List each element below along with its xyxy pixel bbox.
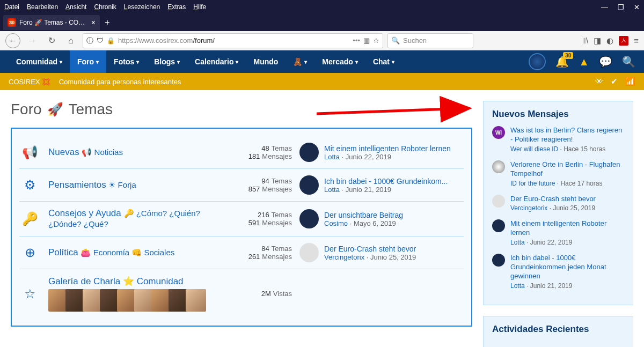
window-minimize[interactable]: — xyxy=(601,3,608,11)
avatar[interactable] xyxy=(492,195,505,208)
sidebar-icon[interactable]: ◨ xyxy=(594,36,601,46)
new-tab-button[interactable]: + xyxy=(100,15,115,30)
menu-datei[interactable]: Datei xyxy=(4,3,19,11)
url-bar[interactable]: ⓘ 🛡 🔒 https://www.cosirex.com/forum/ •••… xyxy=(83,33,383,48)
nav-chat[interactable]: Chat▾ xyxy=(365,50,402,73)
forum-row: 🔑Consejos y Ayuda 🔑 ¿Cómo? ¿Quién? ¿Dónd… xyxy=(19,202,464,237)
forum-link[interactable]: Nuevas 📢 Noticias xyxy=(48,147,123,157)
widget-actividades: Actividades Recientes xyxy=(483,316,633,347)
avatar[interactable] xyxy=(492,254,505,267)
sidebar-message: Ich bin dabei - 1000€ Grundeinkommen jed… xyxy=(492,254,624,290)
menu-ansicht[interactable]: Ansicht xyxy=(65,3,86,11)
forum-icon: ⚙ xyxy=(19,178,41,193)
breadcrumb: COSIREX 💢 Comunidad para personas intere… xyxy=(0,73,644,90)
message-title[interactable]: Ich bin dabei - 1000€ Grundeinkommen jed… xyxy=(510,254,624,281)
message-title[interactable]: Verlorene Orte in Berlin - Flughafen Tem… xyxy=(510,160,624,179)
browser-tab[interactable]: 30 Foro 🚀 Temas - COSIREX 💢 × xyxy=(3,15,100,30)
last-post-user[interactable]: Vercingetorix xyxy=(324,253,364,261)
nav-calendario[interactable]: Calendario▾ xyxy=(187,50,246,73)
window-maximize[interactable]: ❐ xyxy=(618,3,624,11)
url-more-icon[interactable]: ••• xyxy=(353,36,360,45)
message-title[interactable]: Was ist los in Berlin? Clans regieren - … xyxy=(510,126,624,144)
avatar[interactable] xyxy=(299,209,319,228)
menu-bearbeiten[interactable]: Bearbeiten xyxy=(27,3,58,11)
search-icon: 🔍 xyxy=(391,36,400,45)
pdf-icon[interactable]: 人 xyxy=(619,36,628,46)
nav-mercado[interactable]: Mercado▾ xyxy=(314,50,365,73)
forum-link[interactable]: Consejos y Ayuda 🔑 ¿Cómo? ¿Quién? ¿Dónde… xyxy=(48,208,200,229)
widget-nuevos-mensajes: Nuevos Mensajes WIWas ist los in Berlin?… xyxy=(483,101,633,305)
user-avatar[interactable] xyxy=(529,53,546,70)
last-post-title[interactable]: Mit einem intelligenten Roboter lernen xyxy=(324,144,451,153)
last-post-user[interactable]: Cosimo xyxy=(324,219,348,227)
avatar[interactable] xyxy=(492,219,505,232)
reload-button[interactable]: ↻ xyxy=(44,33,59,48)
breadcrumb-site[interactable]: COSIREX 💢 xyxy=(9,78,50,86)
chat-icon[interactable]: 💬 xyxy=(599,55,612,68)
rss-icon[interactable]: 📶 xyxy=(625,77,635,86)
forum-stats: 2MVistas xyxy=(228,290,292,298)
message-user[interactable]: Lotta xyxy=(510,282,525,290)
forum-row: ⊕Política 👛 Economía 👊 Sociales84Temas26… xyxy=(19,237,464,269)
forum-stats: 84Temas261Mensajes xyxy=(228,245,292,261)
back-button[interactable]: ← xyxy=(5,33,20,48)
nav-mundo[interactable]: Mundo xyxy=(246,50,286,73)
nav-comunidad[interactable]: Comunidad▾ xyxy=(9,50,70,73)
message-user[interactable]: Wer will diese ID xyxy=(510,145,558,153)
check-icon[interactable]: ✔ xyxy=(611,77,618,86)
info-icon[interactable]: ⓘ xyxy=(86,36,93,46)
bell-icon[interactable]: 🔔30 xyxy=(555,55,569,68)
browser-menu: Datei Bearbeiten Ansicht Chronik Lesezei… xyxy=(4,3,206,11)
last-post-title[interactable]: Ich bin dabei - 1000€ Grundeinkom... xyxy=(324,177,448,186)
avatar[interactable] xyxy=(299,175,319,195)
menu-extras[interactable]: Extras xyxy=(167,3,186,11)
home-button[interactable]: ⌂ xyxy=(63,33,78,48)
last-post-user[interactable]: Lotta xyxy=(324,186,340,194)
reader-icon[interactable]: ▥ xyxy=(363,36,370,45)
message-title[interactable]: Der Euro-Crash steht bevor xyxy=(510,195,596,204)
tab-close[interactable]: × xyxy=(91,18,96,27)
search-bar[interactable]: 🔍 Suchen xyxy=(387,33,473,48)
avatar[interactable] xyxy=(492,160,505,173)
message-title[interactable]: Mit einem intelligenten Roboter lernen xyxy=(510,219,624,238)
shield-icon[interactable]: 🛡 xyxy=(97,36,104,45)
nav-🧸[interactable]: 🧸▾ xyxy=(286,50,314,73)
gallery-thumbs[interactable] xyxy=(48,289,220,312)
star-icon[interactable]: ☆ xyxy=(373,36,379,45)
browser-toolbar: ← → ↻ ⌂ ⓘ 🛡 🔒 https://www.cosirex.com/fo… xyxy=(0,31,644,50)
avatar[interactable] xyxy=(299,243,319,262)
warning-icon[interactable]: ▲ xyxy=(579,56,589,68)
sidebar-message: Verlorene Orte in Berlin - Flughafen Tem… xyxy=(492,160,624,187)
avatar[interactable] xyxy=(299,143,319,162)
tab-bar: 30 Foro 🚀 Temas - COSIREX 💢 × + xyxy=(0,14,644,31)
hamburger-icon[interactable]: ≡ xyxy=(634,36,639,45)
window-close[interactable]: ✕ xyxy=(634,3,640,11)
last-post-title[interactable]: Der Euro-Crash steht bevor xyxy=(324,245,416,253)
nav-fotos[interactable]: Fotos▾ xyxy=(106,50,147,73)
nav-foro[interactable]: Foro▾ xyxy=(70,50,106,73)
message-user[interactable]: Vercingetorix xyxy=(510,204,547,212)
forward-button[interactable]: → xyxy=(25,33,40,48)
forum-link[interactable]: Galería de Charla ⭐ Comunidad xyxy=(48,276,184,286)
forum-link[interactable]: Pensamientos ☀ Forja xyxy=(48,180,136,190)
avatar[interactable]: WI xyxy=(492,126,505,139)
sidebar-message: WIWas ist los in Berlin? Clans regieren … xyxy=(492,126,624,153)
forum-link[interactable]: Política 👛 Economía 👊 Sociales xyxy=(48,247,174,257)
menu-hilfe[interactable]: Hilfe xyxy=(193,3,206,11)
search-icon[interactable]: 🔍 xyxy=(622,55,635,68)
menu-chronik[interactable]: Chronik xyxy=(94,3,116,11)
sync-icon[interactable]: ◐ xyxy=(606,36,613,46)
forum-row: 📢Nuevas 📢 Noticias48Temas181MensajesMit … xyxy=(19,136,464,169)
window-titlebar: Datei Bearbeiten Ansicht Chronik Lesezei… xyxy=(0,0,644,14)
forum-row: ⚙Pensamientos ☀ Forja94Temas857MensajesI… xyxy=(19,169,464,202)
menu-lesezeichen[interactable]: Lesezeichen xyxy=(124,3,160,11)
tab-title: Foro 🚀 Temas - COSIREX 💢 xyxy=(19,19,88,26)
last-post-title[interactable]: Der unsichtbare Beitrag xyxy=(324,211,403,219)
nav-blogs[interactable]: Blogs▾ xyxy=(147,50,187,73)
message-user[interactable]: ID for the future xyxy=(510,180,555,187)
watch-icon[interactable]: 👁 xyxy=(595,77,603,86)
message-user[interactable]: Lotta xyxy=(510,239,525,246)
library-icon[interactable]: ⫴\ xyxy=(582,36,588,46)
last-post-user[interactable]: Lotta xyxy=(324,153,340,161)
notification-badge: 30 xyxy=(563,52,573,59)
